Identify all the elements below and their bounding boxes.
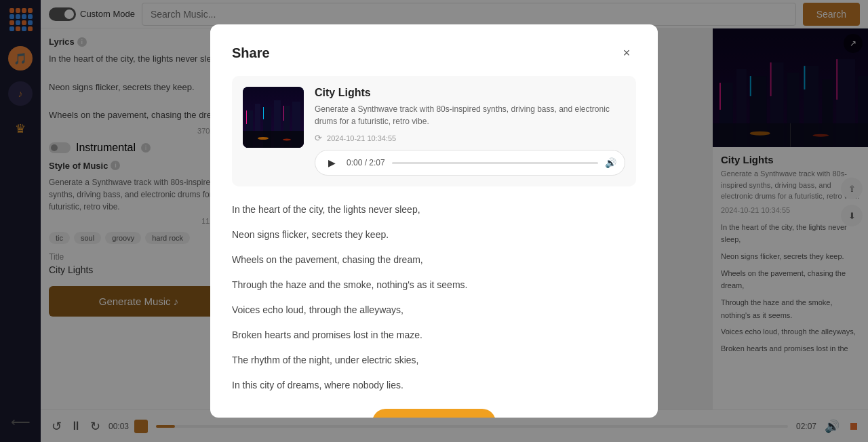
modal-lyric-4: Voices echo loud, through the alleyways,: [232, 303, 636, 317]
modal-track-name: City Lights: [315, 87, 625, 99]
modal-track-image: [243, 87, 304, 148]
audio-time: 0:00 / 2:07: [347, 158, 385, 167]
modal-lyric-2: Wheels on the pavement, chasing the drea…: [232, 253, 636, 267]
svg-point-30: [258, 137, 269, 140]
svg-rect-26: [246, 110, 247, 124]
modal-lyrics: In the heart of the city, the lights nev…: [232, 203, 636, 393]
modal-track-info: City Lights Generate a Synthwave track w…: [315, 87, 625, 176]
copy-to-share-button[interactable]: Copy to Share: [372, 409, 496, 418]
modal-close-button[interactable]: ×: [617, 43, 636, 62]
share-modal: Share ×: [210, 24, 658, 418]
modal-track-desc: Generate a Synthwave track with 80s-insp…: [315, 103, 625, 127]
modal-volume-button[interactable]: 🔊: [605, 157, 616, 168]
modal-play-button[interactable]: ▶: [323, 155, 340, 171]
modal-title: Share: [232, 45, 270, 61]
modal-lyric-7: In this city of dreams, where nobody lie…: [232, 378, 636, 393]
modal-track-date: ⟳ 2024-10-21 10:34:55: [315, 133, 625, 143]
modal-lyric-6: The rhythm of the night, under electric …: [232, 353, 636, 367]
svg-rect-28: [283, 106, 284, 121]
audio-player-row: ▶ 0:00 / 2:07 🔊: [315, 150, 625, 176]
modal-header: Share ×: [232, 43, 636, 62]
modal-lyric-5: Broken hearts and promises lost in the m…: [232, 328, 636, 342]
svg-point-31: [283, 139, 291, 141]
modal-lyric-1: Neon signs flicker, secrets they keep.: [232, 228, 636, 242]
modal-lyric-0: In the heart of the city, the lights nev…: [232, 203, 636, 217]
modal-track-card: City Lights Generate a Synthwave track w…: [232, 76, 636, 186]
modal-lyric-3: Through the haze and the smoke, nothing'…: [232, 278, 636, 292]
svg-rect-27: [263, 107, 264, 119]
audio-progress-bar[interactable]: [392, 162, 598, 164]
svg-rect-29: [243, 131, 304, 148]
